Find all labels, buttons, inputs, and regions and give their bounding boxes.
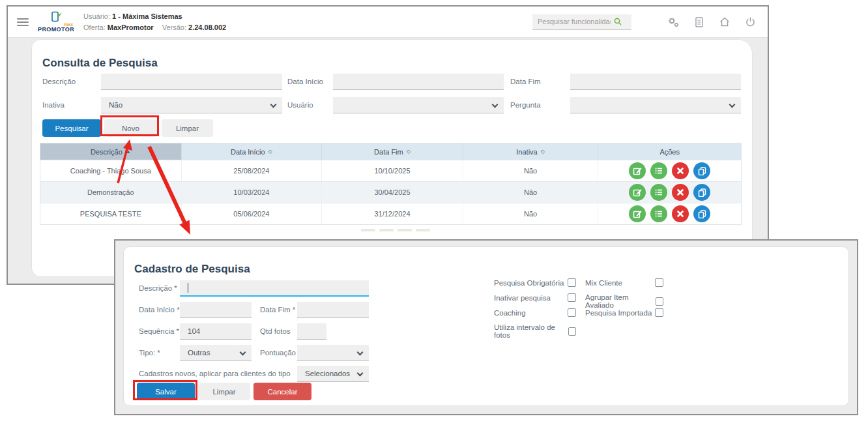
- chevron-down-icon: [270, 102, 277, 108]
- qtd-fotos-input[interactable]: [297, 323, 326, 340]
- list-items-action-button[interactable]: [650, 184, 667, 201]
- delete-action-button[interactable]: [672, 184, 689, 201]
- pesquisa-importada-checkbox[interactable]: [655, 308, 663, 317]
- user-value: 1 - Máxima Sistemas: [112, 12, 182, 20]
- mix-cliente-checkbox[interactable]: [655, 278, 663, 287]
- cell-data-inicio: 10/03/2024: [182, 182, 323, 203]
- cadastros-novos-select[interactable]: Selecionados: [297, 366, 369, 382]
- pergunta-filter-select[interactable]: [570, 97, 741, 113]
- sort-icon: ◇: [268, 149, 272, 155]
- phone-logo-icon: [50, 11, 63, 22]
- functionality-search: [532, 14, 631, 30]
- duplicate-action-button[interactable]: [693, 205, 710, 222]
- chevron-down-icon: [240, 349, 246, 356]
- page-title: Consulta de Pesquisa: [42, 57, 158, 70]
- sequencia-label: Sequência *: [139, 327, 179, 335]
- search-input[interactable]: [532, 18, 613, 25]
- delete-action-button[interactable]: [672, 162, 689, 179]
- pontuacao-select[interactable]: [297, 345, 369, 361]
- version-label: Versão:: [162, 23, 186, 31]
- reports-document-icon[interactable]: [694, 16, 704, 28]
- cell-data-inicio: 05/06/2024: [182, 203, 323, 224]
- edit-action-button[interactable]: [629, 184, 646, 201]
- header-inativa[interactable]: Inativa ◇: [463, 143, 599, 160]
- data-inicio-label: Data Início *: [139, 306, 180, 314]
- table-row: Demonstração10/03/202430/04/2025Não: [40, 181, 741, 203]
- header-data-fim[interactable]: Data Fim ◇: [322, 143, 463, 160]
- cell-data-fim: 31/12/2024: [322, 203, 463, 224]
- list-items-action-button[interactable]: [650, 162, 667, 179]
- inativa-filter-select[interactable]: Não: [101, 97, 282, 113]
- data-inicio-input[interactable]: [180, 302, 252, 318]
- usuario-filter-label: Usuário: [287, 101, 313, 109]
- cell-data-fim: 30/04/2025: [322, 182, 463, 203]
- sequencia-input[interactable]: 104: [180, 323, 252, 340]
- app-logo: max PROMOTOR: [38, 11, 74, 33]
- agrupar-item-avaliado-checkbox[interactable]: [656, 297, 663, 306]
- data-fim-filter-label: Data Fim: [510, 78, 541, 85]
- cell-inativa: Não: [463, 203, 599, 224]
- data-fim-input[interactable]: [297, 302, 369, 318]
- utiliza-intervalo-fotos-checkbox[interactable]: [568, 327, 576, 336]
- cell-descricao: Demonstração: [40, 182, 182, 203]
- menu-icon[interactable]: [17, 18, 29, 26]
- data-inicio-filter-input[interactable]: [333, 74, 504, 90]
- user-label: Usuário:: [83, 12, 110, 20]
- cadastros-novos-label: Cadastros novos, aplicar para clientes d…: [139, 370, 291, 377]
- inativa-filter-label: Inativa: [42, 101, 65, 109]
- data-fim-filter-input[interactable]: [570, 74, 741, 90]
- home-icon[interactable]: [719, 16, 731, 27]
- coaching-checkbox[interactable]: [568, 308, 576, 317]
- cell-data-fim: 10/10/2025: [322, 160, 463, 181]
- descricao-filter-input[interactable]: [101, 74, 282, 90]
- cell-descricao: Coaching - Thiago Sousa: [40, 160, 182, 181]
- sort-icon: ◇: [407, 149, 411, 155]
- novo-button[interactable]: Novo: [104, 119, 157, 137]
- logo-text-promotor: PROMOTOR: [38, 27, 74, 33]
- descricao-filter-label: Descrição: [42, 78, 76, 85]
- header-descricao[interactable]: Descrição ▲: [40, 143, 182, 160]
- pagination-clipped: [361, 229, 430, 231]
- offer-value: MaxPromotor: [108, 23, 154, 31]
- usuario-filter-select[interactable]: [333, 97, 504, 113]
- chevron-down-icon: [492, 102, 499, 108]
- data-inicio-filter-label: Data Início: [287, 78, 323, 85]
- checkbox-row: Agrupar Item Avaliado: [585, 293, 663, 309]
- cancelar-button[interactable]: Cancelar: [253, 383, 311, 400]
- checkbox-row: Utiliza intervalo de fotos: [494, 323, 576, 339]
- edit-action-button[interactable]: [629, 205, 646, 222]
- session-info: Usuário: 1 - Máxima Sistemas Oferta: Max…: [83, 11, 226, 33]
- salvar-button[interactable]: Salvar: [137, 383, 195, 400]
- text-cursor: [188, 283, 188, 293]
- limpar-button[interactable]: Limpar: [162, 119, 213, 137]
- chevron-down-icon: [357, 370, 364, 377]
- search-icon[interactable]: [613, 17, 622, 26]
- pesquisar-button[interactable]: Pesquisar: [42, 119, 101, 137]
- cell-data-inicio: 25/08/2024: [182, 160, 323, 181]
- inativar-pesquisa-checkbox[interactable]: [568, 293, 576, 302]
- tipo-select[interactable]: Outras: [180, 345, 252, 361]
- screenshot-canvas: max PROMOTOR Usuário: 1 - Máxima Sistema…: [0, 0, 868, 427]
- delete-action-button[interactable]: [672, 205, 689, 222]
- cadastro-window: Cadastro de Pesquisa Descrição * Data In…: [114, 239, 858, 415]
- pontuacao-label: Pontuação: [260, 349, 296, 357]
- chevron-down-icon: [357, 349, 364, 356]
- header-data-inicio[interactable]: Data Início ◇: [182, 143, 323, 160]
- checkbox-row: Mix Cliente: [585, 278, 663, 287]
- version-value: 2.24.08.002: [188, 23, 226, 31]
- data-fim-label: Data Fim *: [260, 306, 295, 314]
- power-logout-icon[interactable]: [745, 16, 756, 27]
- app-header: max PROMOTOR Usuário: 1 - Máxima Sistema…: [8, 7, 768, 38]
- table-row: PESQUISA TESTE05/06/202431/12/2024Não: [40, 203, 741, 224]
- edit-action-button[interactable]: [629, 162, 646, 179]
- pesquisa-obrigatoria-checkbox[interactable]: [568, 278, 576, 287]
- table-header-row: Descrição ▲ Data Início ◇ Data Fim ◇ I: [40, 143, 741, 160]
- descricao-input[interactable]: [180, 280, 369, 297]
- duplicate-action-button[interactable]: [693, 162, 710, 179]
- limpar-cadastro-button[interactable]: Limpar: [198, 383, 250, 400]
- duplicate-action-button[interactable]: [693, 184, 710, 201]
- list-items-action-button[interactable]: [650, 205, 667, 222]
- checkbox-row: Coaching: [494, 308, 576, 317]
- settings-gears-icon[interactable]: [667, 16, 680, 28]
- row-actions: [629, 205, 710, 222]
